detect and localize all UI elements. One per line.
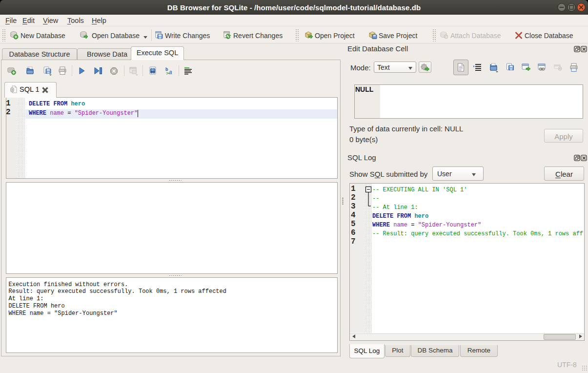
- svg-text:a: a: [169, 69, 172, 75]
- svg-text:b: b: [165, 67, 168, 72]
